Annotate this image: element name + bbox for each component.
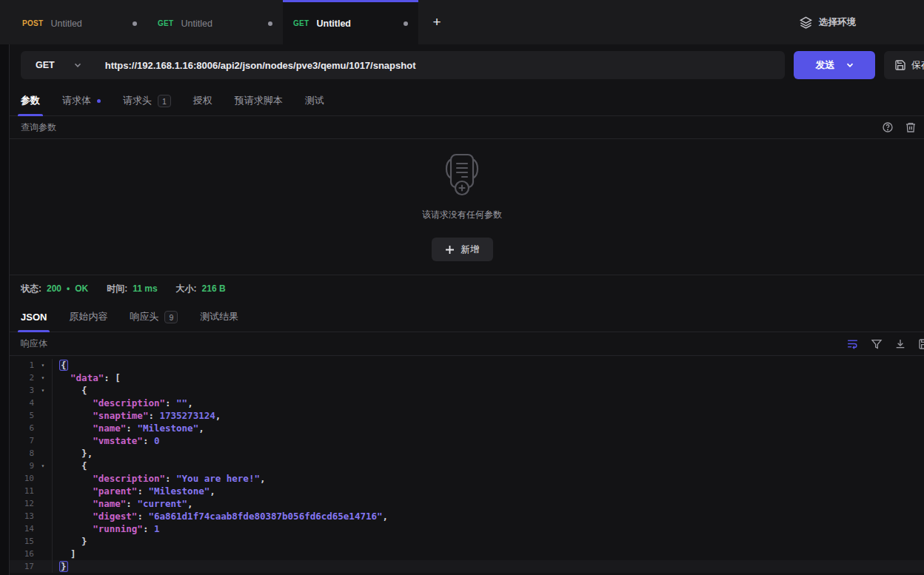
- token-k: "name": [93, 423, 126, 434]
- fold-arrow-icon: [34, 485, 52, 497]
- help-button[interactable]: [882, 121, 894, 133]
- tab-label: JSON: [21, 312, 47, 323]
- token-p: ,: [260, 473, 266, 484]
- code-text: }: [52, 560, 924, 573]
- tab-label: 原始内容: [69, 310, 107, 323]
- token-s: "Milestone": [148, 485, 210, 497]
- delete-all-button[interactable]: [905, 121, 917, 133]
- code-text: {: [52, 384, 924, 397]
- token-p: },: [59, 448, 93, 459]
- tab-label: 测试结果: [200, 310, 238, 323]
- tab-method-label: POST: [22, 19, 43, 27]
- code-line: 17}: [0, 560, 924, 573]
- response-view-tab-2[interactable]: 响应头9: [130, 302, 178, 332]
- fold-arrow-icon: [34, 397, 52, 409]
- request-tab-1[interactable]: GETUntitled: [147, 0, 283, 44]
- query-params-actions: [882, 121, 917, 133]
- token-p: }: [59, 536, 87, 547]
- fold-arrow-icon: [34, 409, 52, 422]
- code-text: "name": "current",: [52, 497, 924, 510]
- token-p: :: [143, 435, 154, 446]
- request-tabs-strip: POSTUntitledGETUntitledGETUntitled: [12, 0, 418, 44]
- method-label: GET: [36, 60, 55, 70]
- token-s: "Milestone": [137, 423, 198, 434]
- token-p: [59, 511, 93, 522]
- code-text: "description": "",: [52, 397, 924, 409]
- status-code: 200: [47, 283, 61, 294]
- token-p: [59, 423, 93, 434]
- code-line: 8 },: [0, 447, 924, 460]
- request-config-tab-4[interactable]: 预请求脚本: [235, 86, 283, 115]
- request-tab-2[interactable]: GETUntitled: [283, 0, 418, 44]
- trash-icon: [905, 121, 917, 133]
- word-wrap-toggle[interactable]: [846, 337, 859, 350]
- fold-arrow-icon[interactable]: ▾: [34, 384, 52, 397]
- token-p: ,: [383, 511, 389, 522]
- send-button[interactable]: 发送: [794, 51, 875, 79]
- code-line: 14 "running": 1: [0, 522, 924, 535]
- request-config-tab-0[interactable]: 参数: [21, 86, 40, 115]
- token-p: [59, 397, 93, 408]
- save-button[interactable]: 保存: [884, 51, 924, 79]
- token-k: "name": [93, 498, 126, 509]
- request-config-tab-3[interactable]: 授权: [193, 86, 212, 115]
- code-text: "snaptime": 1735273124,: [52, 409, 924, 422]
- response-view-tab-3[interactable]: 测试结果: [200, 302, 238, 332]
- token-k: "vmstate": [93, 435, 143, 446]
- method-select[interactable]: GET: [21, 51, 96, 79]
- response-view-tab-1[interactable]: 原始内容: [69, 302, 107, 332]
- tab-label: 预请求脚本: [235, 94, 283, 107]
- token-p: ,: [215, 410, 221, 421]
- filter-button[interactable]: [871, 338, 883, 350]
- time-value: 11 ms: [133, 283, 157, 294]
- code-line: 15 }: [0, 535, 924, 548]
- request-config-tab-1[interactable]: 请求体: [62, 86, 101, 115]
- request-tab-0[interactable]: POSTUntitled: [12, 0, 147, 44]
- query-params-title: 查询参数: [21, 121, 56, 134]
- code-text: "parent": "Milestone",: [52, 485, 924, 497]
- code-line: 16 ]: [0, 548, 924, 560]
- response-view-tab-0[interactable]: JSON: [21, 302, 47, 332]
- request-config-tab-2[interactable]: 请求头1: [123, 86, 171, 115]
- response-body-label: 响应体: [21, 337, 47, 350]
- new-tab-button[interactable]: +: [418, 0, 455, 44]
- code-line: 2▾ "data": [: [0, 371, 924, 384]
- fold-arrow-icon[interactable]: ▾: [34, 371, 52, 384]
- empty-state-text: 该请求没有任何参数: [422, 209, 502, 221]
- status-label: 状态:: [21, 283, 41, 295]
- token-hp: {: [59, 360, 68, 371]
- add-param-button[interactable]: 新增: [432, 238, 493, 261]
- fold-arrow-icon: [34, 497, 52, 510]
- fold-arrow-icon[interactable]: ▾: [34, 460, 52, 472]
- token-p: :: [165, 397, 176, 408]
- tab-label: 请求体: [62, 94, 91, 107]
- token-n: 1735273124: [159, 410, 215, 421]
- fold-arrow-icon: [34, 510, 52, 522]
- request-config-tab-5[interactable]: 测试: [305, 86, 324, 115]
- empty-params-illustration: [438, 152, 486, 198]
- code-text: },: [52, 447, 924, 460]
- code-text: }: [52, 535, 924, 548]
- download-button[interactable]: [894, 338, 906, 350]
- word-wrap-icon: [846, 337, 859, 350]
- token-p: [59, 485, 93, 497]
- token-p: :: [165, 473, 176, 484]
- save-response-button[interactable]: [918, 338, 924, 350]
- code-line: 12 "name": "current",: [0, 497, 924, 510]
- save-icon: [918, 338, 924, 350]
- layers-icon: [800, 16, 812, 29]
- code-text: {: [52, 359, 924, 371]
- url-input[interactable]: [96, 60, 785, 71]
- code-line: 11 "parent": "Milestone",: [0, 485, 924, 497]
- environment-selector[interactable]: 选择环境: [800, 0, 856, 44]
- response-meta: 状态: 200 • OK 时间: 11 ms 大小: 216 B: [0, 275, 924, 302]
- help-icon: [882, 121, 894, 133]
- tab-label: 请求头: [123, 94, 152, 107]
- token-p: {: [59, 385, 87, 396]
- code-line: 13 "digest": "6a861d1f74caab8fde80387b05…: [0, 510, 924, 522]
- response-view-tabs: JSON原始内容响应头9测试结果: [0, 302, 924, 332]
- fold-arrow-icon[interactable]: ▾: [34, 359, 52, 371]
- unsaved-dot-icon: [133, 21, 137, 26]
- tab-label: 授权: [193, 94, 212, 107]
- size-value: 216 B: [202, 283, 226, 294]
